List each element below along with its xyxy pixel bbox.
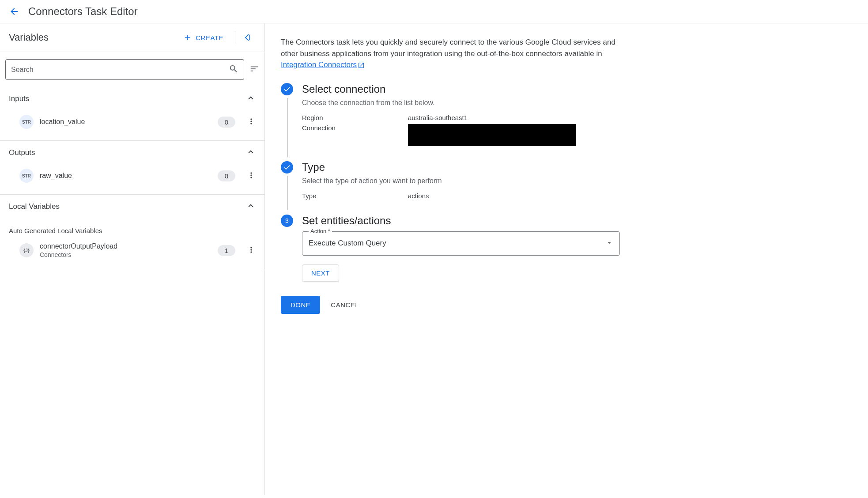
step-check-icon bbox=[281, 83, 293, 95]
page-title: Connectors Task Editor bbox=[28, 5, 138, 18]
localvars-section-header[interactable]: Local Variables bbox=[0, 195, 264, 218]
done-button[interactable]: DONE bbox=[281, 296, 320, 314]
search-icon bbox=[229, 64, 238, 75]
variable-item[interactable]: STR location_value 0 bbox=[0, 110, 264, 133]
more-icon[interactable] bbox=[247, 245, 256, 256]
connection-label: Connection bbox=[302, 124, 408, 146]
more-icon[interactable] bbox=[247, 171, 256, 181]
inputs-list: STR location_value 0 bbox=[0, 110, 264, 141]
filter-icon[interactable] bbox=[249, 64, 259, 75]
localvars-title: Local Variables bbox=[9, 202, 60, 211]
step1-title: Select connection bbox=[302, 83, 852, 95]
localvars-list: {J} connectorOutputPayload Connectors 1 bbox=[0, 238, 264, 270]
count-badge: 0 bbox=[218, 117, 235, 128]
variable-name: connectorOutputPayload bbox=[40, 242, 211, 250]
create-button[interactable]: CREATE bbox=[179, 30, 228, 45]
type-label: Type bbox=[302, 192, 408, 200]
create-label: CREATE bbox=[196, 34, 223, 42]
variables-title: Variables bbox=[9, 32, 49, 43]
action-select[interactable]: Action * Execute Custom Query bbox=[302, 231, 620, 256]
variable-item[interactable]: STR raw_value 0 bbox=[0, 164, 264, 187]
step-number-icon: 3 bbox=[281, 215, 293, 227]
chevron-up-icon bbox=[246, 93, 256, 104]
outputs-section-header[interactable]: Outputs bbox=[0, 141, 264, 164]
step2-title: Type bbox=[302, 161, 852, 174]
search-box[interactable] bbox=[5, 59, 244, 80]
inputs-section-header[interactable]: Inputs bbox=[0, 87, 264, 110]
config-panel: The Connectors task lets you quickly and… bbox=[265, 23, 868, 495]
type-value: actions bbox=[408, 192, 429, 200]
step3-title: Set entities/actions bbox=[302, 215, 852, 227]
variables-panel: Variables CREATE bbox=[0, 23, 265, 495]
step-connector-line bbox=[287, 176, 287, 210]
variable-item[interactable]: {J} connectorOutputPayload Connectors 1 bbox=[0, 238, 264, 263]
external-link-icon bbox=[358, 62, 365, 69]
region-value: australia-southeast1 bbox=[408, 114, 468, 121]
chevron-up-icon bbox=[246, 147, 256, 158]
chevron-up-icon bbox=[246, 201, 256, 212]
region-label: Region bbox=[302, 114, 408, 121]
variable-subtitle: Connectors bbox=[40, 251, 211, 258]
step-type: Type Select the type of action you want … bbox=[281, 161, 852, 213]
action-label: Action * bbox=[309, 228, 332, 234]
type-badge-json: {J} bbox=[19, 243, 34, 257]
count-badge: 1 bbox=[218, 245, 235, 256]
integration-connectors-link[interactable]: Integration Connectors bbox=[281, 60, 365, 69]
type-badge-str: STR bbox=[19, 115, 34, 129]
search-input[interactable] bbox=[11, 66, 229, 74]
intro-text: The Connectors task lets you quickly and… bbox=[281, 37, 625, 71]
header: Connectors Task Editor bbox=[0, 0, 868, 23]
step-connector-line bbox=[287, 98, 287, 157]
next-button[interactable]: NEXT bbox=[302, 264, 339, 282]
auto-gen-subtitle: Auto Generated Local Variables bbox=[0, 218, 264, 238]
collapse-panel-icon[interactable] bbox=[242, 31, 256, 44]
action-value: Execute Custom Query bbox=[309, 239, 386, 248]
count-badge: 0 bbox=[218, 170, 235, 181]
variable-name: location_value bbox=[40, 118, 211, 126]
step-select-connection: Select connection Choose the connection … bbox=[281, 83, 852, 159]
back-arrow-icon[interactable] bbox=[9, 6, 19, 17]
dropdown-icon bbox=[605, 239, 613, 248]
step1-desc: Choose the connection from the list belo… bbox=[302, 99, 852, 107]
step-set-entities: 3 Set entities/actions Action * Execute … bbox=[281, 215, 852, 292]
step2-desc: Select the type of action you want to pe… bbox=[302, 177, 852, 185]
type-badge-str: STR bbox=[19, 169, 34, 183]
divider bbox=[235, 31, 235, 44]
outputs-title: Outputs bbox=[9, 148, 35, 157]
cancel-button[interactable]: CANCEL bbox=[331, 301, 359, 309]
inputs-title: Inputs bbox=[9, 94, 29, 103]
connection-value-redacted bbox=[408, 124, 576, 146]
more-icon[interactable] bbox=[247, 117, 256, 127]
outputs-list: STR raw_value 0 bbox=[0, 164, 264, 195]
variable-name: raw_value bbox=[40, 172, 211, 180]
step-check-icon bbox=[281, 161, 293, 174]
